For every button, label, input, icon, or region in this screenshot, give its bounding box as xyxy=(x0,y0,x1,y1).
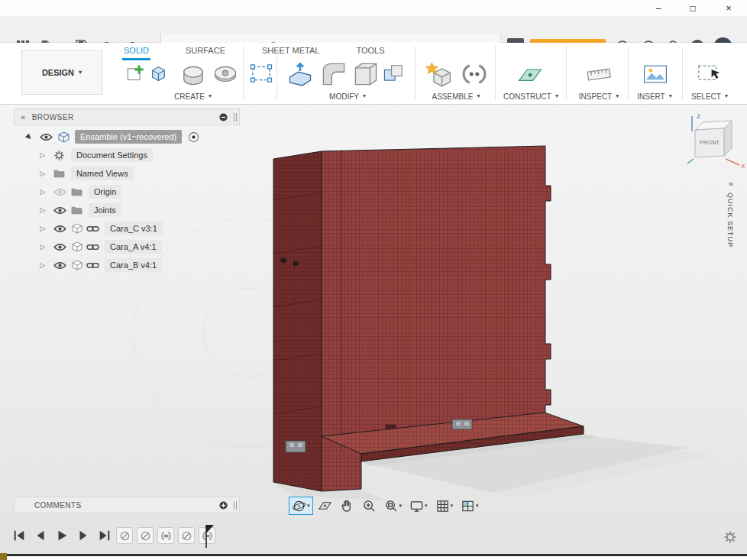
tree-row-cara-c[interactable]: ▷ Cara_C v3:1 xyxy=(14,219,163,238)
group-modify[interactable]: MODIFY▾ xyxy=(312,91,383,102)
tree-row-cara-a[interactable]: ▷ Cara_A v4:1 xyxy=(14,238,162,256)
timeline-play-button[interactable] xyxy=(53,527,70,544)
new-component-button[interactable] xyxy=(425,60,455,90)
revolve-button[interactable] xyxy=(211,60,240,89)
maximize-button[interactable]: □ xyxy=(676,0,710,16)
tab-solid[interactable]: SOLID xyxy=(122,44,150,60)
root-component-label[interactable]: Ensamble (v1~recovered) xyxy=(75,130,182,144)
close-button[interactable]: × xyxy=(710,0,747,16)
timeline-skip-start-button[interactable] xyxy=(11,527,27,544)
quick-setup-panel-tab[interactable]: QUICK SETUP xyxy=(726,193,734,248)
expand-closed-icon[interactable]: ▷ xyxy=(38,225,47,232)
model-side-face xyxy=(273,151,322,491)
combine-button[interactable] xyxy=(382,61,406,86)
shell-button[interactable] xyxy=(351,60,380,89)
x-axis-line xyxy=(726,159,739,165)
chevron-down-icon: ▾ xyxy=(79,70,82,76)
tab-sheet-metal[interactable]: SHEET METAL xyxy=(260,44,321,60)
timeline-skip-end-button[interactable] xyxy=(96,527,113,544)
expand-closed-icon[interactable]: ▷ xyxy=(38,207,47,214)
visibility-eye-icon[interactable] xyxy=(53,206,66,215)
skip-start-icon xyxy=(12,529,26,542)
expand-closed-icon[interactable]: ▷ xyxy=(38,170,47,177)
skip-end-icon xyxy=(98,529,112,542)
panel-drag-grip[interactable] xyxy=(234,501,237,510)
chevron-down-icon: ▾ xyxy=(363,93,366,99)
window-bottom-edge xyxy=(0,554,747,556)
visibility-eye-icon[interactable] xyxy=(53,243,66,251)
zoom-icon xyxy=(362,499,377,513)
press-pull-button[interactable] xyxy=(286,60,315,89)
insert-button[interactable] xyxy=(642,60,669,88)
expand-closed-icon[interactable]: ▷ xyxy=(38,262,47,269)
create-sketch-button[interactable] xyxy=(125,63,146,83)
visibility-eye-off-icon[interactable] xyxy=(53,188,66,196)
look-at-button[interactable] xyxy=(315,497,335,515)
group-assemble[interactable]: ASSEMBLE▾ xyxy=(419,91,493,102)
timeline-feature-component[interactable] xyxy=(116,527,133,544)
timeline-step-forward-button[interactable] xyxy=(75,527,92,544)
expand-closed-icon[interactable]: ▷ xyxy=(38,244,47,251)
pan-button[interactable] xyxy=(337,497,357,515)
group-select[interactable]: SELECT▾ xyxy=(684,91,736,102)
group-inspect[interactable]: INSPECT▾ xyxy=(567,91,631,102)
collapse-panel-icon[interactable]: « xyxy=(21,112,26,121)
browser-panel-header[interactable]: « BROWSER xyxy=(14,108,240,125)
tree-row-origin[interactable]: ▷ Origin xyxy=(14,183,121,201)
chevron-down-icon: ▾ xyxy=(725,93,728,99)
preferences-gear-icon[interactable] xyxy=(723,529,738,545)
expand-open-icon[interactable]: ▶ xyxy=(24,131,35,143)
tree-row-root[interactable]: ▶ Ensamble (v1~recovered) xyxy=(14,128,199,146)
expand-panel-icon[interactable] xyxy=(218,500,228,510)
timeline-feature-component[interactable] xyxy=(178,527,195,544)
ribbon: DESIGN ▾ SOLID SURFACE SHEET METAL TOOLS xyxy=(0,43,747,105)
group-insert[interactable]: INSERT▾ xyxy=(624,91,685,102)
zoom-button[interactable] xyxy=(359,497,380,515)
visibility-eye-icon[interactable] xyxy=(53,225,66,233)
minimize-button[interactable]: – xyxy=(642,0,675,16)
tab-tools[interactable]: TOOLS xyxy=(354,44,386,60)
orbit-button[interactable]: ▾ xyxy=(289,497,313,515)
expand-closed-icon[interactable]: ▷ xyxy=(38,152,47,159)
comments-panel-header[interactable]: COMMENTS xyxy=(14,497,240,513)
tree-row-named-views[interactable]: ▷ Named Views xyxy=(14,164,134,183)
look-at-icon xyxy=(318,499,332,513)
measure-button[interactable] xyxy=(585,60,613,88)
visibility-eye-icon[interactable] xyxy=(40,133,53,141)
tab-surface[interactable]: SURFACE xyxy=(184,44,227,60)
extrude-button[interactable] xyxy=(179,60,208,89)
activate-component-radio[interactable] xyxy=(188,131,199,143)
fillet-button[interactable] xyxy=(319,60,348,89)
viewports-button[interactable]: ▾ xyxy=(458,497,482,515)
group-construct[interactable]: CONSTRUCT▾ xyxy=(494,91,568,102)
display-settings-button[interactable]: ▾ xyxy=(406,497,431,515)
folder-icon xyxy=(71,206,82,215)
timeline-position-marker[interactable] xyxy=(205,524,215,549)
pan-hand-icon xyxy=(340,499,354,513)
timeline-feature-joint[interactable] xyxy=(157,527,174,544)
quick-setup-collapse-icon[interactable]: « xyxy=(729,179,733,188)
create-form-button[interactable] xyxy=(249,61,273,86)
tree-row-joints[interactable]: ▷ Joints xyxy=(14,201,121,219)
create-box-button[interactable] xyxy=(148,63,169,83)
viewcube-front-label: FRONT xyxy=(700,139,720,146)
grid-snap-button[interactable]: ▾ xyxy=(432,497,457,515)
workspace-selector-button[interactable]: DESIGN ▾ xyxy=(21,50,102,95)
model-ensamble[interactable] xyxy=(273,146,584,491)
timeline-feature-component[interactable] xyxy=(137,527,154,544)
construct-plane-button[interactable] xyxy=(516,60,544,88)
joint-button[interactable] xyxy=(460,60,489,89)
expand-closed-icon[interactable]: ▷ xyxy=(38,189,47,196)
timeline-step-back-button[interactable] xyxy=(32,527,49,544)
tree-row-document-settings[interactable]: ▷ Document Settings xyxy=(14,146,153,164)
panel-drag-grip[interactable] xyxy=(234,113,237,121)
tree-row-cara-b[interactable]: ▷ Cara_B v4:1 xyxy=(14,256,162,274)
select-button[interactable] xyxy=(695,60,723,88)
fit-button[interactable]: ▾ xyxy=(381,497,406,515)
group-create[interactable]: CREATE▾ xyxy=(157,91,229,102)
view-cube[interactable]: Z FRONT X xyxy=(684,108,745,170)
create-form-icon xyxy=(249,61,273,86)
collapse-all-icon[interactable] xyxy=(218,112,228,122)
visibility-eye-icon[interactable] xyxy=(53,261,66,270)
divider xyxy=(276,46,277,99)
